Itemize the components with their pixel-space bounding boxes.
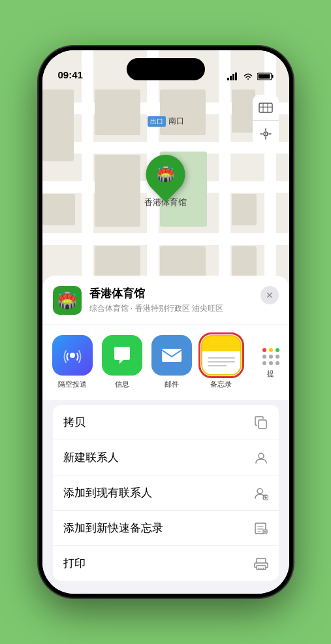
more-label: 提	[267, 369, 274, 379]
print-icon	[254, 556, 268, 571]
status-time: 09:41	[58, 69, 83, 80]
close-icon: ✕	[266, 290, 274, 300]
copy-icon	[254, 415, 268, 430]
svg-rect-6	[258, 74, 270, 79]
location-info: 香港体育馆 综合体育馆 · 香港特别行政区 油尖旺区	[89, 286, 253, 314]
map-controls	[253, 95, 279, 147]
messages-icon	[102, 335, 142, 376]
action-add-existing[interactable]: 添加到现有联系人	[53, 475, 279, 511]
svg-rect-5	[272, 75, 273, 78]
dot-gray	[276, 355, 279, 359]
svg-rect-7	[259, 103, 272, 112]
dot-row-3	[262, 361, 279, 365]
notes-lines	[208, 357, 235, 366]
dot-row-1	[262, 348, 279, 352]
notes-icon	[201, 335, 242, 376]
svg-point-10	[70, 353, 75, 358]
share-item-messages[interactable]: 信息	[102, 335, 142, 389]
svg-point-14	[257, 489, 262, 494]
messages-label: 信息	[115, 379, 129, 389]
location-icon-badge: 🏟️	[53, 286, 82, 315]
action-quick-note[interactable]: 添加到新快速备忘录	[53, 511, 279, 546]
map-exit-text: 南口	[168, 116, 184, 127]
share-row: 隔空投送 信息	[42, 325, 289, 400]
dot-gray	[269, 355, 273, 359]
map-block	[160, 89, 206, 135]
wifi-icon	[243, 72, 253, 80]
action-copy-label: 拷贝	[63, 415, 86, 430]
dot-gray	[269, 361, 273, 365]
quick-note-icon	[254, 521, 268, 536]
mail-label: 邮件	[165, 379, 179, 389]
location-icon-emoji: 🏟️	[57, 291, 77, 310]
action-print[interactable]: 打印	[53, 546, 279, 581]
action-new-contact-label: 新建联系人	[63, 450, 119, 465]
notes-label: 备忘录	[210, 379, 232, 389]
messages-svg	[112, 346, 133, 365]
map-block	[42, 89, 74, 161]
dot-yellow	[269, 348, 273, 352]
svg-point-13	[259, 453, 264, 459]
location-button[interactable]	[253, 121, 279, 147]
action-quick-note-label: 添加到新快速备忘录	[63, 521, 163, 536]
map-nankou-label: 出口 南口	[148, 116, 184, 127]
map-road	[42, 233, 289, 245]
phone-frame: 09:41	[39, 46, 293, 598]
svg-rect-0	[227, 78, 229, 80]
action-print-label: 打印	[63, 556, 86, 571]
map-exit-tag: 出口	[148, 116, 166, 127]
svg-rect-1	[230, 76, 232, 80]
airdrop-label: 隔空投送	[58, 379, 87, 389]
pin-circle: 🏟️	[138, 147, 193, 202]
note-line	[208, 361, 235, 362]
more-dots	[262, 335, 279, 365]
dynamic-island	[127, 58, 205, 80]
dot-green	[276, 348, 279, 352]
pin-inner: 🏟️	[150, 159, 181, 190]
svg-rect-3	[235, 72, 237, 80]
action-new-contact[interactable]: 新建联系人	[53, 440, 279, 475]
map-block	[232, 194, 257, 225]
svg-rect-2	[232, 74, 234, 80]
location-header: 🏟️ 香港体育馆 综合体育馆 · 香港特别行政区 油尖旺区 ✕	[42, 276, 289, 324]
share-item-more[interactable]: 提	[251, 335, 289, 379]
bottom-sheet: 🏟️ 香港体育馆 综合体育馆 · 香港特别行政区 油尖旺区 ✕	[42, 276, 289, 594]
action-copy[interactable]: 拷贝	[53, 405, 279, 440]
map-type-button[interactable]	[253, 95, 279, 121]
dot-row-2	[262, 355, 279, 359]
signal-icon	[227, 72, 239, 80]
phone-screen: 09:41	[42, 50, 289, 594]
mail-svg	[161, 347, 183, 363]
battery-icon	[257, 72, 274, 80]
map-icon	[259, 101, 273, 115]
new-contact-icon	[254, 451, 268, 465]
map-block	[95, 89, 140, 135]
share-item-airdrop[interactable]: 隔空投送	[53, 335, 92, 389]
share-item-mail[interactable]: 邮件	[152, 335, 191, 389]
map-block	[232, 89, 255, 133]
add-existing-icon	[254, 486, 268, 500]
dot-red	[262, 348, 266, 352]
dot-gray	[276, 361, 279, 365]
note-line	[208, 365, 227, 366]
location-description: 综合体育馆 · 香港特别行政区 油尖旺区	[89, 303, 253, 314]
location-name: 香港体育馆	[89, 286, 253, 301]
close-button[interactable]: ✕	[260, 286, 279, 304]
action-add-existing-label: 添加到现有联系人	[63, 485, 152, 500]
location-pin: 🏟️ 香港体育馆	[144, 155, 187, 208]
share-item-notes[interactable]: 备忘录	[202, 335, 241, 389]
mail-icon	[151, 335, 192, 376]
dot-gray	[262, 361, 266, 365]
map-block	[95, 155, 140, 227]
map-block	[42, 194, 75, 225]
airdrop-icon	[52, 335, 93, 376]
dot-gray	[262, 355, 266, 359]
airdrop-svg	[63, 346, 82, 365]
svg-point-9	[265, 133, 266, 135]
location-icon	[260, 128, 272, 140]
svg-rect-12	[259, 420, 266, 428]
svg-rect-11	[162, 349, 181, 362]
action-list: 拷贝 新建联系人 添加到现有联系人	[53, 405, 279, 581]
status-icons	[227, 72, 274, 80]
note-line	[208, 357, 235, 359]
